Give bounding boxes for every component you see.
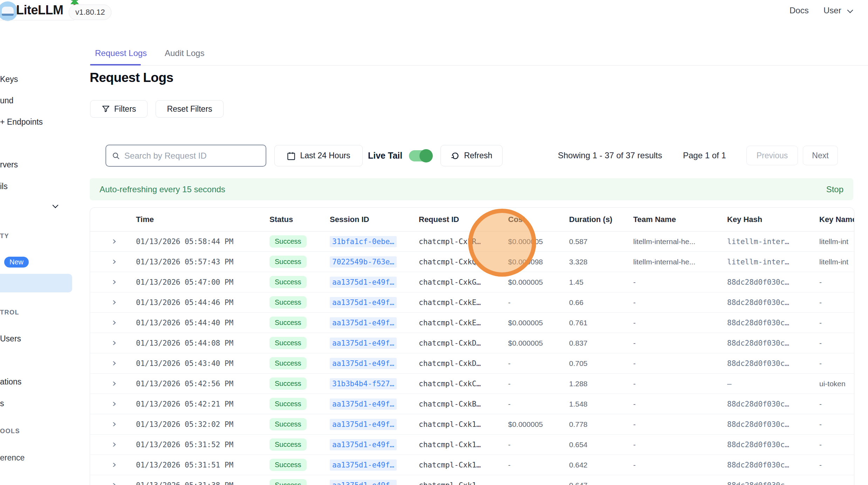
row-expander[interactable] <box>90 321 136 325</box>
search-input[interactable] <box>124 151 260 161</box>
session-id-link[interactable]: aa1375d1-e49f… <box>330 358 397 369</box>
sidebar-collapse-chevron-icon[interactable] <box>53 202 59 208</box>
sidebar-item-playground[interactable]: und <box>0 96 13 105</box>
cell-team-name: - <box>633 319 727 327</box>
chevron-down-icon[interactable] <box>847 7 853 13</box>
table-row[interactable]: 01/13/2026 05:42:56 PM Success 31b3b4b4-… <box>90 374 854 394</box>
table-row[interactable]: 01/13/2026 05:32:02 PM Success aa1375d1-… <box>90 414 854 435</box>
row-expander[interactable] <box>90 300 136 304</box>
row-expander[interactable] <box>90 260 136 264</box>
filters-button[interactable]: Filters <box>90 100 148 118</box>
column-time: Time <box>136 215 269 224</box>
sidebar-item-teams[interactable]: s <box>0 399 4 408</box>
session-id-link[interactable]: 31bfa1cf-0ebe… <box>330 236 397 247</box>
row-expander[interactable] <box>90 402 136 406</box>
chevron-right-icon <box>110 361 116 365</box>
cell-duration: 0.654 <box>569 441 633 449</box>
status-badge: Success <box>269 235 307 248</box>
table-row[interactable]: 01/13/2026 05:31:52 PM Success aa1375d1-… <box>90 435 854 455</box>
session-id-link[interactable]: aa1375d1-e49f… <box>330 480 397 485</box>
session-id-link[interactable]: aa1375d1-e49f… <box>330 338 397 349</box>
cell-time: 01/13/2026 05:43:40 PM <box>136 359 269 368</box>
cell-duration: 0.705 <box>569 359 633 368</box>
column-session-id: Session ID <box>330 215 419 224</box>
cell-session-id: aa1375d1-e49f… <box>330 317 419 328</box>
row-expander[interactable] <box>90 361 136 365</box>
cell-time: 01/13/2026 05:47:00 PM <box>136 278 269 286</box>
row-expander[interactable] <box>90 443 136 446</box>
column-duration: Duration (s) <box>569 215 633 224</box>
status-badge: Success <box>269 317 307 329</box>
table-row[interactable]: 01/13/2026 05:31:51 PM Success aa1375d1-… <box>90 455 854 475</box>
toggle-knob <box>419 149 433 162</box>
cell-team-name: - <box>633 420 727 429</box>
table-row[interactable]: 01/13/2026 05:44:08 PM Success aa1375d1-… <box>90 333 854 353</box>
cell-key-hash: 88dc28d0f030c… <box>727 441 819 449</box>
sidebar-item-api-reference[interactable]: erence <box>0 453 25 463</box>
cell-request-id: chatcmpl-CxkC… <box>419 380 508 388</box>
sidebar-item-guardrails[interactable]: ils <box>0 182 8 191</box>
docs-link[interactable]: Docs <box>790 6 809 15</box>
user-menu[interactable]: User <box>823 6 841 15</box>
table-row[interactable]: 01/13/2026 05:43:40 PM Success aa1375d1-… <box>90 353 854 374</box>
sidebar-item-internal-users[interactable]: Users <box>0 334 21 344</box>
auto-refresh-text: Auto-refreshing every 15 seconds <box>100 185 225 194</box>
reset-filters-button[interactable]: Reset Filters <box>156 100 224 118</box>
session-id-link[interactable]: aa1375d1-e49f… <box>330 277 397 288</box>
session-id-link[interactable]: aa1375d1-e49f… <box>330 459 397 471</box>
sidebar-item-keys[interactable]: Keys <box>0 75 18 84</box>
table-row[interactable]: 01/13/2026 05:42:21 PM Success aa1375d1-… <box>90 394 854 414</box>
refresh-button[interactable]: Refresh <box>440 145 503 166</box>
chevron-right-icon <box>110 463 116 467</box>
session-id-link[interactable]: aa1375d1-e49f… <box>330 317 397 328</box>
cell-duration: 1.548 <box>569 400 633 408</box>
sidebar-item-servers[interactable]: rvers <box>0 160 18 169</box>
status-badge: Success <box>269 459 307 471</box>
session-id-link[interactable]: aa1375d1-e49f… <box>330 297 397 308</box>
cell-status: Success <box>269 398 330 410</box>
cell-status: Success <box>269 256 330 268</box>
column-request-id: Request ID <box>419 215 508 224</box>
next-button[interactable]: Next <box>803 146 838 165</box>
cell-key-name: - <box>819 339 854 347</box>
tab-audit-logs[interactable]: Audit Logs <box>165 48 204 58</box>
row-expander[interactable] <box>90 382 136 386</box>
stop-auto-refresh-link[interactable]: Stop <box>826 185 843 194</box>
chevron-right-icon <box>110 382 116 386</box>
tab-request-logs[interactable]: Request Logs <box>95 48 147 58</box>
previous-button[interactable]: Previous <box>746 146 798 165</box>
table-row[interactable]: 01/13/2026 05:44:46 PM Success aa1375d1-… <box>90 292 854 313</box>
table-row[interactable]: 01/13/2026 05:58:44 PM Success 31bfa1cf-… <box>90 231 854 252</box>
cell-status: Success <box>269 317 330 329</box>
sidebar-item-logs-selected[interactable] <box>0 274 72 292</box>
search-request-id-box[interactable] <box>105 145 266 167</box>
cell-time: 01/13/2026 05:32:02 PM <box>136 420 269 429</box>
table-row[interactable]: 01/13/2026 05:31:38 PM Success aa1375d1-… <box>90 475 854 485</box>
table-row[interactable]: 01/13/2026 05:44:40 PM Success aa1375d1-… <box>90 313 854 333</box>
session-id-link[interactable]: aa1375d1-e49f… <box>330 399 397 410</box>
session-id-link[interactable]: 7022549b-763e… <box>330 256 397 268</box>
status-badge: Success <box>269 438 307 451</box>
status-badge: Success <box>269 479 307 485</box>
status-badge: Success <box>269 256 307 268</box>
row-expander[interactable] <box>90 280 136 284</box>
time-range-button[interactable]: Last 24 Hours <box>274 145 363 166</box>
column-status: Status <box>269 215 330 224</box>
row-expander[interactable] <box>90 240 136 243</box>
session-id-link[interactable]: aa1375d1-e49f… <box>330 419 397 430</box>
sidebar-item-organizations[interactable]: ations <box>0 377 21 387</box>
new-badge: New <box>4 257 29 268</box>
live-tail-toggle[interactable] <box>409 150 432 161</box>
row-expander[interactable] <box>90 483 136 485</box>
cell-request-id: chatcmpl-CxkE… <box>419 298 508 307</box>
session-id-link[interactable]: aa1375d1-e49f… <box>330 439 397 450</box>
row-expander[interactable] <box>90 422 136 426</box>
sidebar-item-models-endpoints[interactable]: + Endpoints <box>0 117 43 127</box>
cell-duration: 0.837 <box>569 339 633 347</box>
table-row[interactable]: 01/13/2026 05:47:00 PM Success aa1375d1-… <box>90 272 854 292</box>
table-row[interactable]: 01/13/2026 05:57:43 PM Success 7022549b-… <box>90 252 854 272</box>
row-expander[interactable] <box>90 341 136 345</box>
session-id-link[interactable]: 31b3b4b4-f527… <box>330 378 397 389</box>
row-expander[interactable] <box>90 463 136 467</box>
cell-status: Success <box>269 377 330 390</box>
